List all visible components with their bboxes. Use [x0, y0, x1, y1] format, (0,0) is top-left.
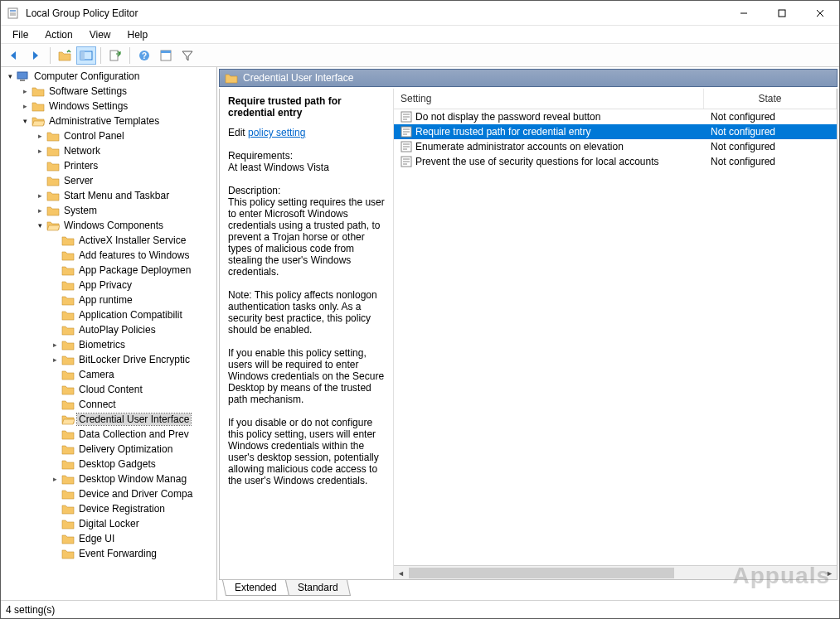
column-setting[interactable]: Setting — [394, 89, 704, 109]
expand-icon — [49, 264, 61, 276]
scroll-left-arrow[interactable]: ◄ — [394, 566, 408, 579]
tree-item[interactable]: Credential User Interface — [49, 412, 216, 427]
list-header[interactable]: Setting State — [394, 89, 837, 109]
horizontal-scrollbar[interactable]: ◄ ► — [394, 565, 837, 579]
tree-item[interactable]: Add features to Windows — [49, 248, 216, 263]
tree-pane[interactable]: ▾Computer Configuration▸Software Setting… — [1, 67, 217, 600]
minimize-button[interactable] — [725, 1, 763, 26]
tree-item[interactable]: Delivery Optimization — [49, 442, 216, 457]
expand-icon — [49, 384, 61, 395]
tree-item[interactable]: ▸Desktop Window Manag — [49, 472, 216, 486]
tree-item[interactable]: Digital Locker — [49, 516, 216, 531]
tree-item[interactable]: Device and Driver Compa — [49, 486, 216, 501]
up-button[interactable] — [55, 46, 75, 65]
tree-item[interactable]: ▸System — [34, 203, 216, 218]
folder-icon — [61, 428, 75, 441]
tree-label: Computer Configuration — [32, 70, 141, 82]
forward-button[interactable] — [26, 46, 46, 65]
close-button[interactable] — [801, 1, 839, 26]
svg-rect-16 — [110, 51, 118, 60]
expand-icon — [49, 443, 61, 455]
tree-label: Event Forwarding — [77, 548, 158, 559]
tree-item[interactable]: Event Forwarding — [49, 546, 216, 561]
setting-name: Prevent the use of security questions fo… — [415, 156, 659, 167]
tree-item[interactable]: ▾Administrative Templates — [19, 114, 216, 128]
tree-item[interactable]: ▾Computer Configuration — [4, 69, 216, 84]
edit-policy-link[interactable]: policy setting — [248, 127, 305, 138]
tree-item[interactable]: AutoPlay Policies — [49, 322, 216, 337]
list-item[interactable]: Prevent the use of security questions fo… — [394, 154, 837, 169]
tree-item[interactable]: Edge UI — [49, 531, 216, 546]
expand-icon[interactable]: ▸ — [34, 205, 46, 216]
titlebar: Local Group Policy Editor — [1, 1, 839, 26]
tree-item[interactable]: Camera — [49, 367, 216, 382]
tree-item[interactable]: ▸BitLocker Drive Encryptic — [49, 352, 216, 367]
tree-item[interactable]: Connect — [49, 397, 216, 412]
collapse-icon[interactable]: ▾ — [19, 115, 31, 127]
tree-item[interactable]: Printers — [34, 158, 216, 173]
expand-icon[interactable]: ▸ — [34, 130, 46, 142]
menu-view[interactable]: View — [81, 27, 119, 42]
list-item[interactable]: Require trusted path for credential entr… — [394, 124, 837, 139]
collapse-icon[interactable]: ▾ — [34, 220, 46, 231]
requirements-label: Requirements: — [228, 150, 385, 162]
description-p4: If you disable or do not configure this … — [228, 417, 385, 486]
folder-icon — [61, 264, 75, 277]
folder-open-icon — [32, 114, 45, 128]
collapse-icon[interactable]: ▾ — [4, 70, 16, 82]
tree-item[interactable]: Data Collection and Prev — [49, 427, 216, 442]
scroll-right-arrow[interactable]: ► — [823, 566, 837, 579]
tree-item[interactable]: ▸Windows Settings — [19, 99, 216, 114]
app-icon — [7, 7, 21, 20]
tree-item[interactable]: App Package Deploymen — [49, 263, 216, 278]
scroll-thumb[interactable] — [409, 568, 674, 578]
expand-icon[interactable]: ▸ — [19, 85, 31, 97]
help-button[interactable]: ? — [134, 46, 154, 65]
expand-icon[interactable]: ▸ — [49, 339, 61, 351]
list-body[interactable]: Do not display the password reveal butto… — [394, 109, 837, 565]
filter-button[interactable] — [177, 46, 197, 65]
list-item[interactable]: Do not display the password reveal butto… — [394, 109, 837, 124]
menubar: File Action View Help — [1, 26, 839, 44]
column-state[interactable]: State — [704, 89, 837, 109]
tree-label: Data Collection and Prev — [77, 428, 191, 440]
tree-item[interactable]: Server — [34, 173, 216, 188]
tree-item[interactable]: Device Registration — [49, 501, 216, 516]
tree-item[interactable]: App runtime — [49, 293, 216, 307]
tab-standard[interactable]: Standard — [285, 580, 351, 596]
tree-item[interactable]: ▸Control Panel — [34, 128, 216, 143]
show-hide-tree-button[interactable] — [76, 46, 96, 65]
menu-file[interactable]: File — [4, 27, 36, 42]
maximize-button[interactable] — [763, 1, 801, 26]
breadcrumb: Credential User Interface — [219, 69, 838, 87]
tree-item[interactable]: App Privacy — [49, 278, 216, 293]
tree-item[interactable]: Application Compatibilit — [49, 307, 216, 322]
folder-icon — [61, 532, 75, 545]
folder-icon — [46, 144, 60, 157]
tree-item[interactable]: ActiveX Installer Service — [49, 233, 216, 248]
expand-icon[interactable]: ▸ — [49, 473, 61, 485]
expand-icon[interactable]: ▸ — [49, 354, 61, 365]
expand-icon[interactable]: ▸ — [34, 145, 46, 157]
tree-item[interactable]: Desktop Gadgets — [49, 457, 216, 472]
properties-button[interactable] — [156, 46, 176, 65]
back-button[interactable] — [4, 46, 24, 65]
menu-help[interactable]: Help — [119, 27, 157, 42]
tab-extended[interactable]: Extended — [222, 580, 289, 596]
tree-label: Printers — [62, 160, 100, 172]
tabs: Extended Standard — [219, 580, 838, 598]
export-list-button[interactable] — [105, 46, 125, 65]
tree-item[interactable]: ▸Biometrics — [49, 337, 216, 352]
list-item[interactable]: Enumerate administrator accounts on elev… — [394, 139, 837, 154]
expand-icon[interactable]: ▸ — [19, 100, 31, 112]
tree-label: AutoPlay Policies — [77, 324, 158, 336]
tree-item[interactable]: Cloud Content — [49, 382, 216, 397]
tree-label: Edge UI — [77, 533, 116, 544]
tree-item[interactable]: ▸Start Menu and Taskbar — [34, 188, 216, 203]
tree-label: Server — [62, 175, 95, 186]
expand-icon[interactable]: ▸ — [34, 190, 46, 201]
tree-item[interactable]: ▸Software Settings — [19, 84, 216, 99]
menu-action[interactable]: Action — [36, 27, 80, 42]
tree-item[interactable]: ▸Network — [34, 143, 216, 158]
tree-item[interactable]: ▾Windows Components — [34, 218, 216, 233]
